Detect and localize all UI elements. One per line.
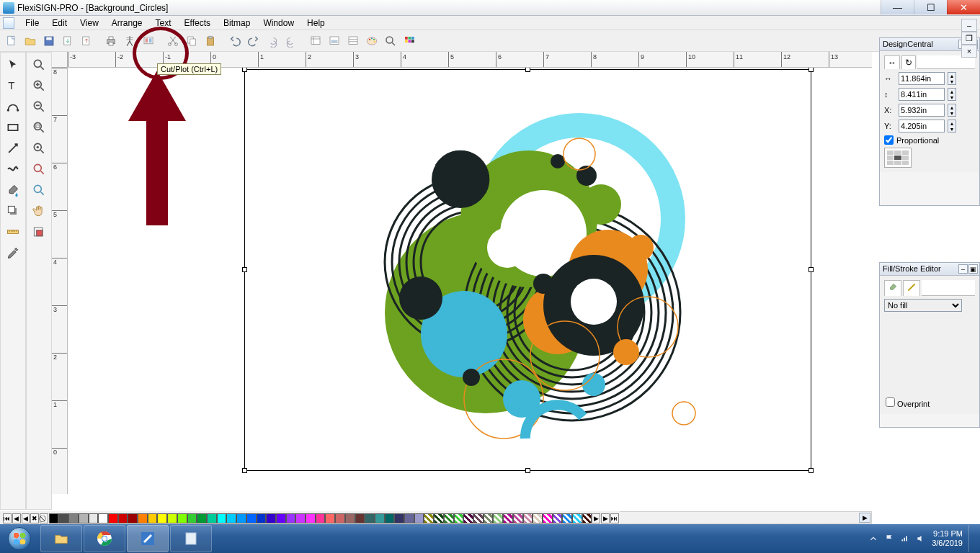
palette-swatch[interactable] <box>375 513 385 523</box>
palette-swatch[interactable] <box>187 513 197 523</box>
save-button[interactable] <box>40 32 58 50</box>
panel-close-button[interactable]: ▣ <box>968 264 978 274</box>
canvas[interactable] <box>68 68 872 494</box>
undo-button[interactable] <box>226 32 244 50</box>
redo-button[interactable] <box>245 32 262 50</box>
x-spinner[interactable]: ▲▼ <box>948 104 956 117</box>
zoom-fit-tool[interactable] <box>27 117 50 138</box>
scroll-right-button[interactable]: ▶ <box>859 513 870 523</box>
distort-tool[interactable] <box>1 159 24 179</box>
text-tool[interactable]: T <box>1 76 24 96</box>
x-input[interactable] <box>899 104 945 117</box>
copy-button[interactable] <box>183 32 200 50</box>
tray-network-icon[interactable] <box>900 534 910 544</box>
palette-nav-button[interactable]: ▶ <box>601 513 610 523</box>
palette-special-swatch[interactable] <box>572 513 582 523</box>
palette-special-swatch[interactable] <box>533 513 543 523</box>
palette-swatch[interactable] <box>138 513 148 523</box>
palette-swatch[interactable] <box>404 513 414 523</box>
palette-nav-button[interactable]: ◀ <box>22 513 30 523</box>
tray-volume-icon[interactable] <box>916 534 926 544</box>
palette-swatch[interactable] <box>128 513 138 523</box>
palette-swatch[interactable] <box>226 513 236 523</box>
taskbar-notes[interactable] <box>170 525 212 552</box>
color-mixer-button[interactable] <box>363 32 380 50</box>
eyedropper-tool[interactable] <box>1 243 24 263</box>
palette-special-swatch[interactable] <box>553 513 563 523</box>
palette-special-swatch[interactable] <box>582 513 592 523</box>
width-input[interactable] <box>899 72 945 85</box>
palette-nav-button[interactable]: ⃠ <box>40 513 48 523</box>
palette-swatch[interactable] <box>355 513 365 523</box>
rip-print-button[interactable] <box>140 32 157 50</box>
cut-button[interactable] <box>164 32 182 50</box>
start-button[interactable] <box>0 524 39 553</box>
selection-box[interactable] <box>244 69 811 471</box>
menu-arrange[interactable]: Arrange <box>105 17 149 30</box>
palette-swatch[interactable] <box>58 513 68 523</box>
palette-swatch[interactable] <box>246 513 257 523</box>
open-button[interactable] <box>22 32 39 50</box>
child-close-button[interactable]: × <box>961 45 977 58</box>
zoom-in-tool[interactable] <box>27 76 50 96</box>
palette-swatch[interactable] <box>79 513 89 523</box>
paste-button[interactable] <box>202 32 219 50</box>
ruler-origin[interactable] <box>52 52 68 68</box>
knife-tool[interactable] <box>1 138 24 158</box>
show-desktop-button[interactable] <box>968 525 974 552</box>
pan-tool[interactable] <box>27 201 50 221</box>
menu-effects[interactable]: Effects <box>178 17 217 30</box>
palette-special-swatch[interactable] <box>424 513 434 523</box>
height-spinner[interactable]: ▲▼ <box>948 88 956 101</box>
height-input[interactable] <box>899 88 945 101</box>
menu-view[interactable]: View <box>74 17 105 30</box>
tab-fill[interactable] <box>884 280 901 296</box>
palette-swatch[interactable] <box>257 513 267 523</box>
palette-swatch[interactable] <box>295 513 306 523</box>
palette-nav-button[interactable]: ⏮ <box>3 513 12 523</box>
shadow-tool[interactable] <box>1 201 24 221</box>
palette-special-swatch[interactable] <box>484 513 494 523</box>
palette-swatch[interactable] <box>316 513 326 523</box>
design-central-button[interactable] <box>307 32 324 50</box>
design-editor-button[interactable] <box>326 32 343 50</box>
proportional-checkbox[interactable] <box>884 135 894 145</box>
zoom-button[interactable] <box>382 32 399 50</box>
fill-view-tool[interactable] <box>27 222 50 242</box>
measure-tool[interactable] <box>1 222 24 242</box>
new-button[interactable] <box>3 32 20 50</box>
taskbar-explorer[interactable] <box>40 525 82 552</box>
panel-collapse-button[interactable]: – <box>958 264 968 274</box>
palette-swatch[interactable] <box>49 513 59 523</box>
zoom-tool[interactable] <box>27 55 50 75</box>
palette-swatch[interactable] <box>276 513 286 523</box>
palette-swatch[interactable] <box>217 513 227 523</box>
cut-plot-button[interactable] <box>121 32 138 50</box>
redo-multi-button[interactable] <box>282 32 300 50</box>
tab-stroke[interactable] <box>903 280 920 296</box>
palette-swatch[interactable] <box>148 513 158 523</box>
palette-swatch[interactable] <box>177 513 187 523</box>
rectangle-tool[interactable] <box>1 117 24 138</box>
select-tool[interactable] <box>1 55 24 75</box>
palette-swatch[interactable] <box>414 513 424 523</box>
tray-up-icon[interactable] <box>868 534 878 544</box>
tab-size[interactable]: ↔ <box>884 55 900 69</box>
import-button[interactable] <box>59 32 76 50</box>
palette-swatch[interactable] <box>286 513 296 523</box>
palette-special-swatch[interactable] <box>454 513 464 523</box>
palette-swatch[interactable] <box>108 513 118 523</box>
palette-swatch[interactable] <box>89 513 99 523</box>
palette-special-swatch[interactable] <box>543 513 553 523</box>
menu-bitmap[interactable]: Bitmap <box>217 17 257 30</box>
palette-swatch[interactable] <box>68 513 79 523</box>
menu-file[interactable]: File <box>19 17 45 30</box>
child-minimize-button[interactable]: – <box>961 19 977 32</box>
y-input[interactable] <box>899 120 945 132</box>
zoom-previous-tool[interactable] <box>27 159 50 179</box>
y-spinner[interactable]: ▲▼ <box>948 120 956 132</box>
palette-swatch[interactable] <box>345 513 355 523</box>
palette-special-swatch[interactable] <box>503 513 513 523</box>
palette-swatch[interactable] <box>394 513 404 523</box>
width-spinner[interactable]: ▲▼ <box>948 72 956 85</box>
